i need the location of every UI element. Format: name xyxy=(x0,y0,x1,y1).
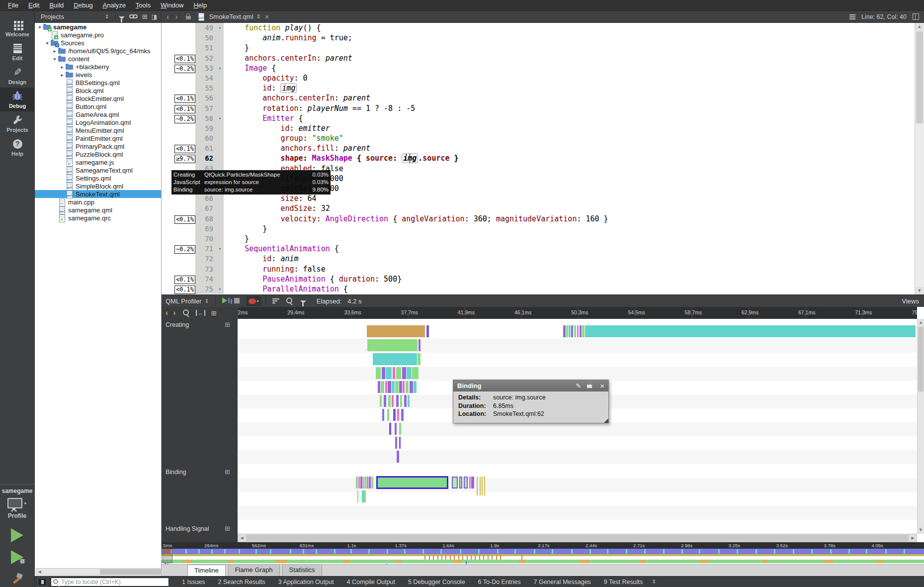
menu-item-tools[interactable]: Tools xyxy=(131,0,156,11)
timeline-event[interactable] xyxy=(385,381,387,393)
tree-item-button-qml[interactable]: qmlButton.qml xyxy=(35,102,161,110)
tree-item-block-qml[interactable]: qmlBlock.qml xyxy=(35,87,161,95)
mode-debug[interactable]: Debug xyxy=(0,88,35,111)
timeline-event[interactable] xyxy=(397,451,399,463)
editor-vertical-scrollbar[interactable]: ▲ ▼ xyxy=(915,23,924,294)
timeline-event[interactable] xyxy=(571,325,573,337)
close-panel-icon[interactable]: ◨ xyxy=(152,13,157,20)
locator-input[interactable] xyxy=(60,578,159,586)
tree-item-levels[interactable]: ▸levels xyxy=(35,71,161,79)
category-handling-signal[interactable]: Handling Signal⊞ xyxy=(166,525,235,532)
timeline-event[interactable] xyxy=(396,367,402,379)
tab-statistics[interactable]: Statistics xyxy=(282,564,322,576)
timeline-event[interactable] xyxy=(402,367,406,379)
expander-icon[interactable]: ▾ xyxy=(44,40,50,46)
timeline-event[interactable] xyxy=(408,395,410,407)
menu-item-debug[interactable]: Debug xyxy=(69,0,97,11)
expander-icon[interactable]: ▸ xyxy=(59,64,65,70)
timeline-event[interactable] xyxy=(389,423,391,435)
timeline-event[interactable] xyxy=(577,325,579,337)
timeline-event[interactable] xyxy=(480,477,481,495)
scroll-left-icon[interactable]: ◀ xyxy=(36,569,43,575)
timeline-event[interactable] xyxy=(395,437,397,449)
timeline-event[interactable] xyxy=(403,381,405,393)
timeline-event[interactable] xyxy=(395,381,399,393)
profiler-title[interactable]: QML Profiler xyxy=(166,297,201,305)
expander-icon[interactable]: ▸ xyxy=(59,72,65,78)
tree-item-samegame[interactable]: ▾qtsamegame xyxy=(35,23,161,31)
timeline-canvas[interactable] xyxy=(238,319,917,534)
tree-item-gamearea-qml[interactable]: qmlGameArea.qml xyxy=(35,110,161,118)
panel-title[interactable]: Projects xyxy=(41,13,64,20)
timeline-event[interactable] xyxy=(482,477,483,495)
timeline-event[interactable] xyxy=(384,395,386,407)
tree-item-samegame-qrc[interactable]: rcsamegame.qrc xyxy=(35,214,161,222)
timeline-event[interactable] xyxy=(386,367,392,379)
timeline-event[interactable] xyxy=(464,477,468,489)
scroll-up-icon[interactable]: ▲ xyxy=(915,23,924,30)
menu-item-window[interactable]: Window xyxy=(156,0,188,11)
tree-item-content[interactable]: ▾content xyxy=(35,55,161,63)
fold-marker-icon[interactable]: ▾ xyxy=(216,244,224,254)
open-document-name[interactable]: SmokeText.qml xyxy=(209,13,253,20)
timeline-event[interactable] xyxy=(393,409,396,421)
start-profiling-icon[interactable] xyxy=(222,296,227,305)
run-debug-button[interactable] xyxy=(0,550,34,564)
output-pane-application-output[interactable]: 3 Application Output xyxy=(278,579,334,586)
search-timeline-icon[interactable] xyxy=(286,296,292,305)
tree-item-main-cpp[interactable]: c+main.cpp xyxy=(35,198,161,206)
expand-icon[interactable]: ⊞ xyxy=(225,321,230,328)
timeline-event[interactable] xyxy=(363,477,364,489)
output-pane-compile-output[interactable]: 4 Compile Output xyxy=(347,579,395,586)
menu-item-analyze[interactable]: Analyze xyxy=(98,0,131,11)
scroll-left-icon[interactable]: ◀ xyxy=(239,535,245,541)
mode-design[interactable]: ✎Design xyxy=(0,64,35,88)
editor-menu-icon[interactable] xyxy=(849,13,855,20)
timeline-event[interactable] xyxy=(356,477,358,489)
timeline-event[interactable] xyxy=(414,381,416,393)
menu-item-help[interactable]: Help xyxy=(188,0,212,11)
timeline-event[interactable] xyxy=(388,395,390,407)
mode-edit[interactable]: Edit xyxy=(0,40,35,64)
go-forward-icon[interactable]: › xyxy=(175,12,177,21)
tab-flame-graph[interactable]: Flame Graph xyxy=(228,564,280,576)
menu-item-edit[interactable]: Edit xyxy=(23,0,44,11)
timeline-event[interactable] xyxy=(419,339,421,351)
timeline-event[interactable] xyxy=(399,437,401,449)
scrollbar-thumb[interactable] xyxy=(100,569,165,575)
timeline-event[interactable] xyxy=(373,353,417,365)
mode-help[interactable]: ?Help xyxy=(0,135,35,159)
split-panel-icon[interactable]: ⊞ xyxy=(142,13,148,20)
tree-item-samegame-js[interactable]: jssamegame.js xyxy=(35,158,161,166)
pane-chooser-icon[interactable]: ⇕ xyxy=(652,579,656,585)
next-event-icon[interactable]: › xyxy=(173,308,175,317)
output-panes-toggle[interactable] xyxy=(38,578,47,586)
output-pane-search-results[interactable]: 2 Search Results xyxy=(218,579,265,586)
timeline-event[interactable] xyxy=(401,409,403,421)
mode-projects[interactable]: Projects xyxy=(0,111,35,135)
view-event-info-icon[interactable]: ⊞ xyxy=(211,309,217,317)
timeline-vertical-scrollbar[interactable]: ▲ ▼ xyxy=(917,319,924,534)
selected-timeline-event[interactable] xyxy=(376,476,448,489)
split-editor-icon[interactable] xyxy=(913,13,919,20)
timeline-event[interactable] xyxy=(569,325,570,337)
scroll-down-icon[interactable]: ▼ xyxy=(918,526,924,534)
tree-item--home-ulf-qt-5-9-gcc-64-mks[interactable]: ▸/home/ulf/Qt/5.9/gcc_64/mks xyxy=(35,47,161,55)
scrollbar-thumb[interactable] xyxy=(918,327,924,391)
tree-item-bbsettings-qml[interactable]: qmlBBSettings.qml xyxy=(35,79,161,87)
timeline-event[interactable] xyxy=(452,477,458,489)
resize-grip[interactable] xyxy=(604,418,608,423)
go-back-icon[interactable]: ‹ xyxy=(167,12,169,21)
timeline-event[interactable] xyxy=(358,477,360,489)
menu-item-build[interactable]: Build xyxy=(44,0,69,11)
timeline-event[interactable] xyxy=(382,367,385,379)
timeline-horizontal-scrollbar[interactable]: ◀ ▶ xyxy=(238,534,917,542)
locator[interactable] xyxy=(51,578,169,587)
timeline-event[interactable] xyxy=(580,325,582,337)
timeline-event[interactable] xyxy=(360,477,362,489)
expand-icon[interactable]: ⊞ xyxy=(225,525,230,532)
timeline-event[interactable] xyxy=(563,325,566,337)
tree-item-sources[interactable]: ▾CSources xyxy=(35,39,161,47)
kit-selector-button[interactable]: ▸ xyxy=(0,497,34,508)
tree-item-paintemitter-qml[interactable]: qmlPaintEmitter.qml xyxy=(35,134,161,142)
